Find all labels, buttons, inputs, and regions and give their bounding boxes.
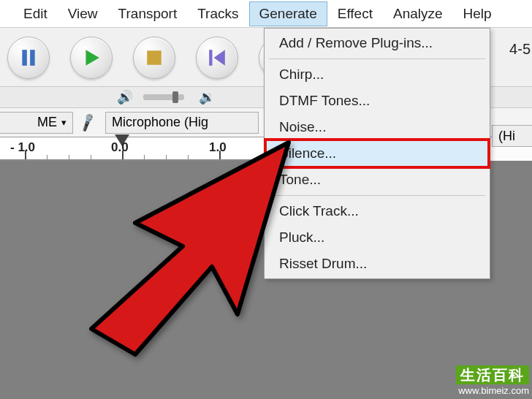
skip-start-button[interactable] (196, 37, 238, 79)
menu-transport[interactable]: Transport (108, 1, 188, 26)
menu-analyze[interactable]: Analyze (383, 1, 453, 26)
svg-marker-8 (91, 142, 289, 354)
chevron-down-icon: ▾ (61, 117, 66, 128)
audio-host-label: ME (37, 115, 57, 130)
menu-generate[interactable]: Generate (249, 1, 327, 26)
playback-device-label: (Hi (498, 129, 515, 144)
watermark-url: www.bimeiz.com (458, 385, 529, 396)
svg-rect-0 (22, 50, 26, 66)
svg-marker-5 (214, 50, 225, 66)
menubar: Edit View Transport Tracks Generate Effe… (0, 0, 532, 28)
svg-rect-1 (30, 50, 34, 66)
play-button[interactable] (70, 37, 113, 79)
play-icon (82, 48, 101, 67)
skip-start-icon (208, 48, 227, 67)
svg-rect-3 (147, 50, 162, 65)
pause-icon (19, 48, 38, 67)
watermark: 生活百科 www.bimeiz.com (456, 365, 529, 396)
instruction-arrow-icon (69, 128, 311, 369)
menu-item-chirp[interactable]: Chirp... (266, 61, 488, 88)
menu-effect[interactable]: Effect (327, 1, 383, 26)
speaker-icon: 🔊 (117, 89, 133, 105)
menu-item-dtmf[interactable]: DTMF Tones... (266, 88, 488, 114)
volume-slider[interactable] (143, 94, 184, 100)
clipped-text: 4-5 (509, 41, 531, 58)
menu-separator (269, 58, 485, 59)
svg-marker-2 (86, 50, 99, 66)
pause-button[interactable] (7, 37, 50, 79)
stop-icon (145, 48, 164, 67)
menu-help[interactable]: Help (453, 1, 502, 26)
ruler-tick: - 1.0 (10, 140, 35, 155)
menu-item-add-remove-plugins[interactable]: Add / Remove Plug-ins... (266, 30, 488, 56)
watermark-brand: 生活百科 (456, 365, 529, 384)
audio-host-combo[interactable]: ME ▾ (0, 112, 73, 134)
menu-edit[interactable]: Edit (13, 1, 58, 26)
speaker-icon: 🔉 (199, 89, 215, 105)
menu-view[interactable]: View (58, 1, 108, 26)
stop-button[interactable] (133, 37, 175, 79)
playback-device-combo[interactable]: (Hi (492, 125, 532, 147)
svg-rect-4 (209, 50, 212, 66)
menu-tracks[interactable]: Tracks (187, 1, 248, 26)
